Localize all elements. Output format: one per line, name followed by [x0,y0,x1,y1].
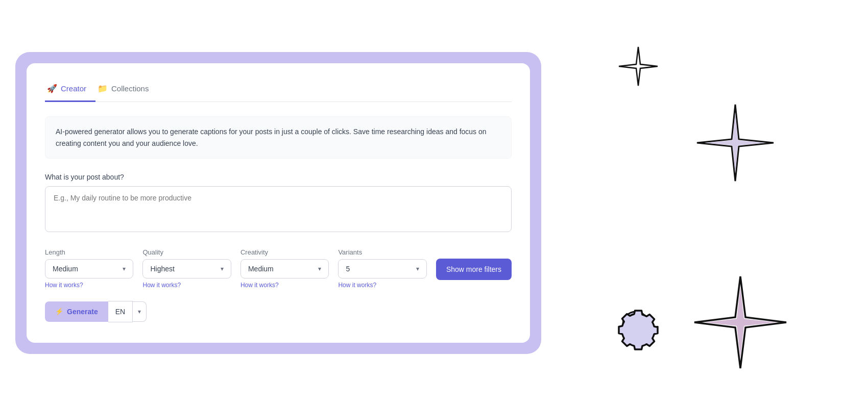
tabs-container: 🚀 Creator 📁 Collections [45,79,512,102]
filter-length-value: Medium [53,265,78,273]
filter-creativity-label: Creativity [240,248,329,256]
filter-variants-group: Variants 5 ▾ How it works? [338,248,426,289]
filter-quality-group: Quality Highest ▾ How it works? [142,248,231,289]
main-inner-card: 🚀 Creator 📁 Collections AI-powered gener… [27,63,530,343]
filter-variants-label: Variants [338,248,426,256]
show-more-filters-button[interactable]: Show more filters [436,259,512,280]
chevron-down-icon-5: ▾ [138,308,141,315]
filter-length-help[interactable]: How it works? [45,282,133,289]
language-dropdown-button[interactable]: ▾ [133,301,147,322]
language-button[interactable]: EN [108,301,133,322]
chevron-down-icon-4: ▾ [416,265,419,272]
generate-row: ⚡ Generate EN ▾ [45,301,512,322]
generate-button-label: Generate [67,308,98,316]
decorations-area [551,0,868,406]
gear-icon [602,291,669,358]
description-text: AI-powered generator allows you to gener… [56,128,487,147]
filter-creativity-value: Medium [248,265,274,273]
filter-variants-help[interactable]: How it works? [338,282,426,289]
tab-creator[interactable]: 🚀 Creator [45,79,95,102]
filter-quality-value: Highest [150,265,174,273]
collections-icon: 📁 [98,84,108,93]
filter-length-select[interactable]: Medium ▾ [45,259,133,278]
star-small-icon [618,46,659,89]
tab-collections[interactable]: 📁 Collections [95,79,158,102]
generate-button[interactable]: ⚡ Generate [45,301,108,322]
filter-length-group: Length Medium ▾ How it works? [45,248,133,289]
creator-icon: 🚀 [47,84,57,93]
tab-creator-label: Creator [61,84,86,93]
filter-length-label: Length [45,248,133,256]
chevron-down-icon-3: ▾ [318,265,321,272]
chevron-down-icon: ▾ [123,265,126,272]
star-large-filled-icon [689,271,791,375]
filter-quality-help[interactable]: How it works? [142,282,231,289]
filter-quality-label: Quality [142,248,231,256]
chevron-down-icon-2: ▾ [221,265,224,272]
filter-variants-select[interactable]: 5 ▾ [338,259,426,278]
main-outer-card: 🚀 Creator 📁 Collections AI-powered gener… [15,52,541,354]
lightning-icon: ⚡ [55,308,63,315]
filter-creativity-help[interactable]: How it works? [240,282,329,289]
tab-collections-label: Collections [111,84,149,93]
filters-row: Length Medium ▾ How it works? Quality Hi… [45,248,512,289]
post-label: What is your post about? [45,173,512,181]
description-box: AI-powered generator allows you to gener… [45,116,512,159]
filter-quality-select[interactable]: Highest ▾ [142,259,231,278]
star-large-outline-icon [694,102,776,186]
post-textarea[interactable] [45,186,512,232]
filter-variants-value: 5 [346,265,350,273]
filter-creativity-select[interactable]: Medium ▾ [240,259,329,278]
filter-creativity-group: Creativity Medium ▾ How it works? [240,248,329,289]
